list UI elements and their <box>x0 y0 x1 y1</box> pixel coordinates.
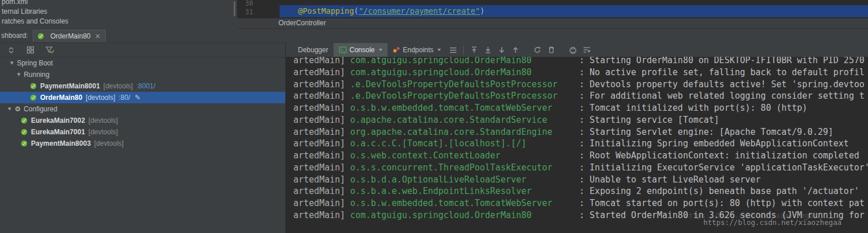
clear-console-icon[interactable] <box>544 43 558 57</box>
rerun-icon[interactable] <box>530 43 544 57</box>
log-thread: artedMain] <box>293 150 350 162</box>
expand-collapse-icon[interactable] <box>5 44 17 56</box>
devtools-tag: [devtools] <box>94 139 123 147</box>
run-item-paymentmain8003[interactable]: PaymentMain8003[devtools] <box>0 138 285 149</box>
tree-group-spring-boot[interactable]: ▼Spring Boot <box>0 57 285 69</box>
app-name: OrderMain80 <box>40 94 82 102</box>
console-line: artedMain]o.s.web.context.ContextLoader … <box>293 150 868 162</box>
log-thread: artedMain] <box>293 126 350 138</box>
log-message: Starting OrderMain80 on DESKTOP-IFIT0BR … <box>590 57 865 65</box>
tree-item-scratches-and-consoles[interactable]: ratches and Consoles <box>2 17 68 25</box>
log-thread: artedMain] <box>293 79 350 91</box>
filter-icon[interactable] <box>44 44 56 56</box>
line-number-30: 30 <box>237 0 280 8</box>
log-message: Initializing ExecutorService 'applicatio… <box>590 162 868 173</box>
group-label: Configured <box>24 105 57 113</box>
console-line: artedMain].e.DevToolsPropertyDefaultsPos… <box>293 79 868 91</box>
log-logger: o.s.b.w.embedded.tomcat.TomcatWebServer <box>350 102 574 114</box>
console-line: artedMain]o.s.b.d.a.OptionalLiveReloadSe… <box>293 174 868 186</box>
log-separator: : <box>574 210 590 220</box>
line-number-31: 31 <box>237 8 280 17</box>
spring-boot-icon <box>21 117 28 124</box>
port-link[interactable]: :8001/ <box>136 82 155 90</box>
chevron-down-icon <box>379 49 382 51</box>
console-line: artedMain]o.s.b.w.embedded.tomcat.Tomcat… <box>293 102 868 114</box>
paren-token: ( <box>354 6 359 15</box>
log-logger: .e.DevToolsPropertyDefaultsPostProcessor <box>350 90 574 102</box>
run-item-paymentmain8001[interactable]: PaymentMain8001[devtools]:8001/ <box>0 80 285 92</box>
log-thread: artedMain] <box>293 185 350 197</box>
tree-group-running[interactable]: ▼Running <box>0 69 285 80</box>
devtools-tag: [devtools] <box>88 116 118 125</box>
watermark: https://blog.csdn.net/xiaozhegaa <box>703 218 842 227</box>
tab-endpoints-label: Endpoints <box>403 46 433 54</box>
toolbar-separator <box>463 46 464 55</box>
console-line: artedMain]o.a.c.c.C.[Tomcat].[localhost]… <box>293 138 868 150</box>
log-logger: o.s.b.a.e.web.EndpointLinksResolver <box>350 185 574 197</box>
console-line: artedMain]o.s.b.w.embedded.tomcat.Tomcat… <box>293 197 868 209</box>
close-icon[interactable]: × <box>95 32 101 40</box>
log-logger: .e.DevToolsPropertyDefaultsPostProcessor <box>350 79 574 91</box>
arrow-up-icon[interactable] <box>509 43 522 57</box>
group-by-icon[interactable] <box>24 44 37 56</box>
tree-group-configured[interactable]: ▼⚙Configured <box>0 103 285 115</box>
spring-boot-icon <box>21 129 28 135</box>
port-link[interactable]: :80/ <box>119 94 130 102</box>
spring-boot-icon <box>30 94 37 101</box>
app-name: EurekaMain7001 <box>31 128 85 136</box>
console-line: artedMain]o.apache.catalina.core.Standar… <box>293 114 868 126</box>
chevron-down-icon <box>437 49 441 51</box>
dashboard-header: shboard: OrderMain80 × <box>0 29 285 43</box>
log-separator: : <box>574 57 590 65</box>
log-logger: org.apache.catalina.core.StandardEngine <box>350 126 574 138</box>
log-thread: artedMain] <box>293 209 350 222</box>
log-thread: artedMain] <box>293 102 350 114</box>
soft-wraps-icon[interactable] <box>580 43 594 57</box>
log-thread: artedMain] <box>293 162 350 174</box>
log-message: Tomcat initialized with port(s): 80 (htt… <box>590 103 807 113</box>
wrench-icon: ⚙ <box>14 106 21 112</box>
run-item-eurekamain7001[interactable]: EurekaMain7001[devtools] <box>0 126 285 138</box>
editor-tab-ordercontroller[interactable]: OrderController <box>278 19 326 27</box>
dashboard-toolbar <box>0 43 285 57</box>
scroll-to-end-icon[interactable] <box>481 43 495 57</box>
run-item-eurekamain7002[interactable]: EurekaMain7002[devtools] <box>0 115 285 126</box>
console-line: artedMain]com.atguigu.springcloud.OrderM… <box>293 57 868 67</box>
dashboard-tab-ordermain80[interactable]: OrderMain80 × <box>33 30 106 42</box>
console-line: artedMain]org.apache.catalina.core.Stand… <box>293 126 868 138</box>
console-line: artedMain].e.DevToolsPropertyDefaultsPos… <box>293 90 868 102</box>
tab-console[interactable]: Console <box>334 43 388 57</box>
devtools-tag: [devtools] <box>86 94 115 102</box>
chevron-down-icon: ▼ <box>8 107 11 111</box>
paren-token: ) <box>480 6 485 15</box>
chevron-down-icon: ▼ <box>10 61 13 65</box>
layout-menu-icon[interactable] <box>446 43 460 57</box>
tab-debugger[interactable]: Debugger <box>293 43 334 57</box>
console-output[interactable]: artedMain]com.atguigu.springcloud.OrderM… <box>285 57 868 233</box>
project-tree-fragment: pom.xml ternal Libraries ratches and Con… <box>0 0 232 28</box>
log-separator: : <box>574 115 590 125</box>
log-message: Starting service [Tomcat] <box>590 115 719 125</box>
tab-endpoints[interactable]: Endpoints <box>388 43 446 57</box>
log-separator: : <box>574 174 590 185</box>
annotation-token: @PostMapping <box>298 6 354 15</box>
log-message: Starting Servlet engine: [Apache Tomcat/… <box>590 127 833 137</box>
tree-item-pom-xml[interactable]: pom.xml <box>2 0 28 6</box>
log-separator: : <box>574 79 590 90</box>
log-separator: : <box>574 138 590 149</box>
run-item-ordermain80[interactable]: OrderMain80[devtools]:80/✎ <box>0 92 285 103</box>
spring-boot-icon <box>21 140 28 147</box>
log-thread: artedMain] <box>293 57 350 67</box>
arrow-down-icon[interactable] <box>495 43 509 57</box>
code-line[interactable]: @PostMapping("/consumer/payment/create") <box>298 6 485 15</box>
group-label: Spring Boot <box>17 59 53 67</box>
print-icon[interactable] <box>566 43 580 57</box>
scrollbar-thumb[interactable] <box>234 1 235 16</box>
log-logger: com.atguigu.springcloud.OrderMain80 <box>350 209 574 222</box>
log-separator: : <box>574 103 590 113</box>
tree-item-external-libraries[interactable]: ternal Libraries <box>2 7 47 15</box>
console-line: artedMain]o.s.b.a.e.web.EndpointLinksRes… <box>293 185 868 197</box>
log-logger: o.apache.catalina.core.StandardService <box>350 114 574 126</box>
scroll-to-top-icon[interactable] <box>467 43 481 57</box>
log-separator: : <box>574 67 590 77</box>
